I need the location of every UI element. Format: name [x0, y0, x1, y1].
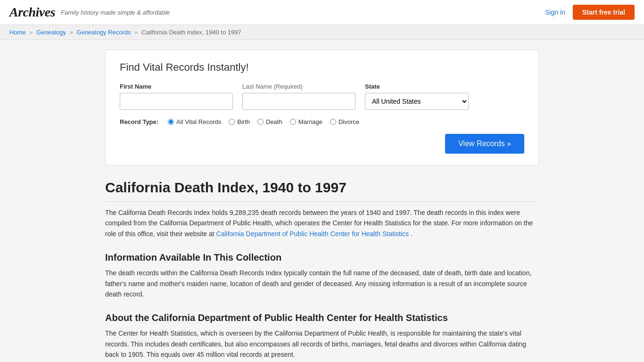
section2-text: The Center for Health Statistics, which …	[105, 328, 539, 360]
search-fields-row: First Name Last Name (Required) State Al…	[120, 83, 524, 110]
radio-birth[interactable]: Birth	[229, 118, 250, 125]
header-actions: Sign in Start free trial	[545, 5, 635, 20]
state-select[interactable]: All United States	[365, 93, 469, 110]
radio-death-input[interactable]	[257, 119, 264, 125]
radio-all-vital-label: All Vital Records	[176, 118, 221, 125]
radio-all-vital-input[interactable]	[168, 119, 174, 125]
section2: About the California Department of Publi…	[105, 313, 539, 360]
intro-paragraph: The California Death Records Index holds…	[105, 207, 539, 239]
breadcrumb-sep3: »	[134, 29, 138, 36]
site-logo: Archives	[9, 5, 55, 20]
first-name-field-group: First Name	[120, 83, 233, 110]
breadcrumb-sep2: »	[70, 29, 73, 36]
first-name-input[interactable]	[120, 93, 233, 110]
search-box: Find Vital Records Instantly! First Name…	[105, 49, 539, 165]
page-title: California Death Index, 1940 to 1997	[105, 180, 539, 202]
last-name-label: Last Name (Required)	[242, 83, 355, 90]
intro-section: The California Death Records Index holds…	[105, 207, 539, 239]
breadcrumb: Home » Genealogy » Genealogy Records » C…	[0, 25, 644, 40]
section1-text: The death records within the California …	[105, 268, 539, 299]
site-tagline: Family history made simple & affordable	[61, 9, 170, 16]
header-logo-area: Archives Family history made simple & af…	[9, 5, 170, 20]
main-content: Find Vital Records Instantly! First Name…	[96, 40, 548, 362]
radio-divorce[interactable]: Divorce	[330, 118, 359, 125]
first-name-label: First Name	[120, 83, 233, 90]
section2-heading: About the California Department of Publi…	[105, 313, 539, 323]
radio-all-vital[interactable]: All Vital Records	[168, 118, 221, 125]
record-type-row: Record Type: All Vital Records Birth Dea…	[120, 118, 524, 125]
section1: Information Available In This Collection…	[105, 252, 539, 299]
breadcrumb-sep1: »	[29, 29, 33, 36]
radio-death[interactable]: Death	[257, 118, 282, 125]
record-type-label: Record Type:	[120, 118, 158, 125]
radio-marriage-label: Marriage	[298, 118, 322, 125]
breadcrumb-current: California Death Index, 1940 to 1997	[141, 29, 241, 36]
section1-heading: Information Available In This Collection	[105, 252, 539, 263]
dept-health-link[interactable]: California Department of Public Health C…	[216, 230, 409, 238]
breadcrumb-genealogy[interactable]: Genealogy	[36, 29, 66, 36]
intro-end: .	[411, 230, 413, 238]
view-records-row: View Records »	[120, 134, 524, 154]
last-name-field-group: Last Name (Required)	[242, 83, 355, 110]
view-records-button[interactable]: View Records »	[445, 134, 524, 154]
radio-marriage-input[interactable]	[290, 119, 296, 125]
last-name-input[interactable]	[242, 93, 355, 110]
radio-divorce-label: Divorce	[339, 118, 359, 125]
record-type-radio-group: All Vital Records Birth Death Marriage D…	[168, 118, 359, 125]
state-field-group: State All United States	[365, 83, 469, 110]
search-heading: Find Vital Records Instantly!	[120, 61, 524, 74]
site-header: Archives Family history made simple & af…	[0, 0, 644, 25]
sign-in-link[interactable]: Sign in	[545, 8, 565, 16]
radio-death-label: Death	[266, 118, 282, 125]
state-label: State	[365, 83, 469, 90]
radio-birth-input[interactable]	[229, 119, 235, 125]
radio-marriage[interactable]: Marriage	[290, 118, 322, 125]
radio-birth-label: Birth	[237, 118, 250, 125]
breadcrumb-genealogy-records[interactable]: Genealogy Records	[77, 29, 131, 36]
radio-divorce-input[interactable]	[330, 119, 336, 125]
breadcrumb-home[interactable]: Home	[9, 29, 26, 36]
start-trial-button[interactable]: Start free trial	[573, 5, 635, 20]
